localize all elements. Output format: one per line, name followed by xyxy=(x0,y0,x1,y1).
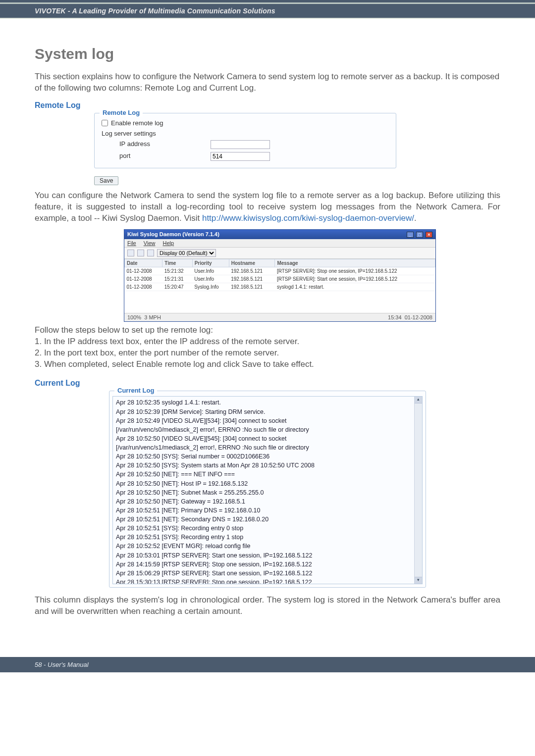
enable-remote-log-row: Enable remote log xyxy=(102,119,211,127)
col-hostname: Hostname xyxy=(229,259,275,267)
ip-address-input[interactable] xyxy=(211,140,270,149)
status-mid: 3 MPH xyxy=(144,314,161,320)
kiwi-toolbar: Display 00 (Default) xyxy=(124,248,435,259)
remote-log-fieldset: Remote Log Enable remote log Log server … xyxy=(94,113,396,168)
kiwi-titlebar: Kiwi Syslog Daemon (Version 7.1.4) _ □ × xyxy=(124,230,435,239)
remote-desc-part2: . xyxy=(414,213,417,223)
cell: 01-12-2008 xyxy=(125,267,162,275)
header-gap xyxy=(0,18,535,31)
kiwi-statusbar: 100% 3 MPH 15:34 01-12-2008 xyxy=(124,313,435,321)
log-line: Apr 28 10:52:49 [VIDEO SLAVE][534]: [304… xyxy=(116,416,419,425)
log-line: Apr 28 10:52:50 [NET]: Subnet Mask = 255… xyxy=(116,488,419,497)
steps-intro: Follow the steps below to set up the rem… xyxy=(35,325,500,336)
log-line: Apr 28 10:52:51 [SYS]: Recording entry 0… xyxy=(116,524,419,533)
cell: 15:21:31 xyxy=(162,275,192,283)
kiwi-table: Date Time Priority Hostname Message 01-1… xyxy=(124,259,435,291)
cell: Syslog.Info xyxy=(192,283,229,291)
toolbar-icon-2[interactable] xyxy=(137,250,144,256)
enable-remote-log-label: Enable remote log xyxy=(111,119,163,127)
cell: 192.168.5.121 xyxy=(229,267,275,275)
log-line: Apr 28 14:15:59 [RTSP SERVER]: Stop one … xyxy=(116,560,419,569)
close-icon[interactable]: × xyxy=(426,232,432,238)
current-log-legend: Current Log xyxy=(114,387,157,394)
save-button[interactable]: Save xyxy=(94,176,118,185)
scroll-up-icon[interactable]: ▴ xyxy=(415,397,422,403)
maximize-icon[interactable]: □ xyxy=(416,232,423,238)
steps-block: Follow the steps below to set up the rem… xyxy=(35,325,500,370)
table-row: 01-12-2008 15:21:31 User.Info 192.168.5.… xyxy=(125,275,435,283)
status-date: 01-12-2008 xyxy=(405,314,432,320)
step-3: 3. When completed, select Enable remote … xyxy=(35,359,500,370)
toolbar-icon-3[interactable] xyxy=(147,250,154,256)
col-time: Time xyxy=(162,259,192,267)
col-message: Message xyxy=(275,259,435,267)
log-line: Apr 28 15:30:13 [RTSP SERVER]: Stop one … xyxy=(116,578,419,585)
footer-text: 58 - User's Manual xyxy=(35,661,89,668)
ip-address-label: IP address xyxy=(102,140,211,149)
menu-view[interactable]: View xyxy=(144,240,156,246)
cell: 192.168.5.121 xyxy=(229,283,275,291)
step-2: 2. In the port text box, enter the port … xyxy=(35,348,500,359)
cell: User.Info xyxy=(192,275,229,283)
scroll-down-icon[interactable]: ▾ xyxy=(415,577,422,584)
log-line: Apr 28 10:52:50 [NET]: Host IP = 192.168… xyxy=(116,479,419,488)
scrollbar[interactable]: ▴ ▾ xyxy=(414,397,422,584)
log-line: Apr 28 10:52:51 [NET]: Secondary DNS = 1… xyxy=(116,515,419,524)
log-line: Apr 28 10:52:35 syslogd 1.4.1: restart. xyxy=(116,398,419,407)
log-line: Apr 28 10:52:50 [NET]: === NET INFO === xyxy=(116,470,419,479)
remote-log-panel: Remote Log Enable remote log Log server … xyxy=(94,113,396,168)
kiwi-link[interactable]: http://www.kiwisyslog.com/kiwi-syslog-da… xyxy=(202,213,414,223)
log-line: Apr 28 10:52:51 [SYS]: Recording entry 1… xyxy=(116,533,419,542)
table-row: 01-12-2008 15:20:47 Syslog.Info 192.168.… xyxy=(125,283,435,291)
port-label: port xyxy=(102,152,211,161)
col-priority: Priority xyxy=(192,259,229,267)
log-line: [/var/run/venc/s1/mediasck_2] error!, ER… xyxy=(116,443,419,452)
cell: [RTSP SERVER]: Start one session, IP=192… xyxy=(275,275,435,283)
menu-help[interactable]: Help xyxy=(163,240,174,246)
table-row: 01-12-2008 15:21:32 User.Info 192.168.5.… xyxy=(125,267,435,275)
top-accent xyxy=(0,0,535,4)
step-1: 1. In the IP address text box, enter the… xyxy=(35,336,500,348)
current-log-lines: Apr 28 10:52:35 syslogd 1.4.1: restart.A… xyxy=(113,397,422,584)
remote-log-description: You can configure the Network Camera to … xyxy=(35,190,500,224)
log-server-settings-label: Log server settings xyxy=(102,130,211,137)
log-line: Apr 28 10:52:51 [NET]: Primary DNS = 192… xyxy=(116,506,419,515)
brand-text: VIVOTEK - A Leading Provider of Multimed… xyxy=(35,7,275,15)
current-log-box: Apr 28 10:52:35 syslogd 1.4.1: restart.A… xyxy=(112,396,423,584)
page-footer: 58 - User's Manual xyxy=(0,657,535,672)
page-title: System log xyxy=(35,46,500,62)
window-buttons: _ □ × xyxy=(406,231,432,238)
kiwi-syslog-window: Kiwi Syslog Daemon (Version 7.1.4) _ □ ×… xyxy=(124,229,436,322)
minimize-icon[interactable]: _ xyxy=(407,232,414,238)
log-line: Apr 28 10:52:50 [SYS]: Serial number = 0… xyxy=(116,452,419,461)
kiwi-title-text: Kiwi Syslog Daemon (Version 7.1.4) xyxy=(127,231,219,237)
port-input[interactable] xyxy=(211,152,270,161)
log-line: Apr 28 10:52:50 [NET]: Gateway = 192.168… xyxy=(116,497,419,506)
remote-log-legend: Remote Log xyxy=(100,109,143,116)
page-content: System log This section explains how to … xyxy=(0,31,535,642)
enable-remote-log-checkbox[interactable] xyxy=(102,120,108,126)
current-log-description: This column displays the system's log in… xyxy=(35,595,500,617)
cell: syslogd 1.4.1: restart. xyxy=(275,283,435,291)
current-log-heading: Current Log xyxy=(35,379,500,388)
log-line: Apr 28 10:53:01 [RTSP SERVER]: Start one… xyxy=(116,551,419,560)
cell: 01-12-2008 xyxy=(125,275,162,283)
log-line: Apr 28 10:52:50 [VIDEO SLAVE][545]: [304… xyxy=(116,434,419,443)
status-time: 15:34 xyxy=(388,314,402,320)
log-line: [/var/run/venc/s0/mediasck_2] error!, ER… xyxy=(116,425,419,434)
cell: 15:21:32 xyxy=(162,267,192,275)
log-line: Apr 28 10:52:50 [SYS]: System starts at … xyxy=(116,461,419,470)
cell: User.Info xyxy=(192,267,229,275)
kiwi-menubar: File View Help xyxy=(124,239,435,248)
log-line: Apr 28 10:52:52 [EVENT MGR]: reload conf… xyxy=(116,542,419,551)
col-date: Date xyxy=(125,259,162,267)
cell: 01-12-2008 xyxy=(125,283,162,291)
current-log-fieldset: Current Log Apr 28 10:52:35 syslogd 1.4.… xyxy=(109,391,426,588)
page-header: VIVOTEK - A Leading Provider of Multimed… xyxy=(0,4,535,18)
log-line: Apr 28 15:06:29 [RTSP SERVER]: Start one… xyxy=(116,569,419,578)
toolbar-icon-1[interactable] xyxy=(127,250,134,256)
display-select[interactable]: Display 00 (Default) xyxy=(157,249,216,257)
intro-paragraph: This section explains how to configure t… xyxy=(35,71,500,94)
status-left: 100% xyxy=(127,314,141,320)
menu-file[interactable]: File xyxy=(127,240,136,246)
